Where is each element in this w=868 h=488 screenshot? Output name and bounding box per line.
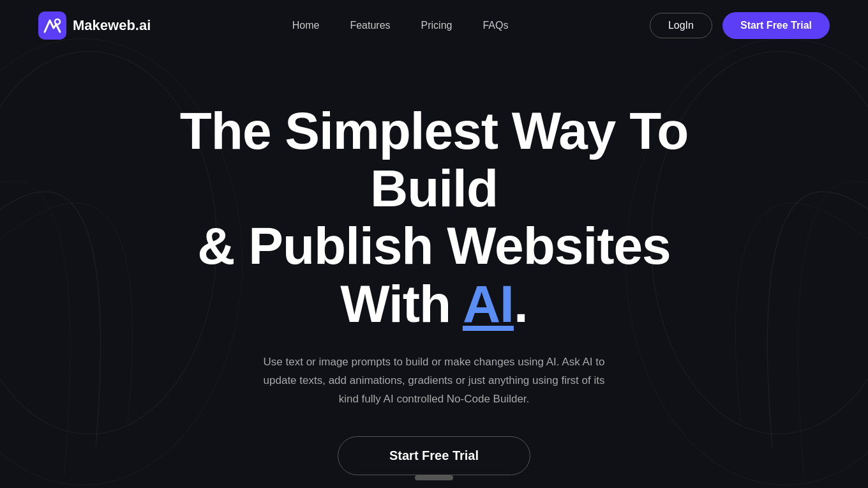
nav-trial-button[interactable]: Start Free Trial bbox=[722, 12, 830, 39]
nav-link-pricing[interactable]: Pricing bbox=[421, 20, 453, 31]
hero-title-ai: AI bbox=[463, 275, 514, 333]
nav-actions: LogIn Start Free Trial bbox=[650, 12, 830, 39]
hero-trial-button[interactable]: Start Free Trial bbox=[338, 436, 530, 475]
nav-item-faqs[interactable]: FAQs bbox=[483, 20, 508, 31]
logo-icon bbox=[38, 11, 66, 40]
scroll-pill bbox=[415, 475, 453, 480]
hero-section: The Simplest Way To Build & Publish Webs… bbox=[0, 51, 868, 488]
nav-item-pricing[interactable]: Pricing bbox=[421, 20, 453, 31]
scroll-indicator bbox=[415, 475, 453, 480]
nav-item-features[interactable]: Features bbox=[350, 20, 390, 31]
hero-title: The Simplest Way To Build & Publish Webs… bbox=[147, 102, 721, 333]
hero-title-line1: The Simplest Way To Build bbox=[180, 102, 689, 217]
nav-link-faqs[interactable]: FAQs bbox=[483, 20, 508, 31]
nav-item-home[interactable]: Home bbox=[292, 20, 320, 31]
hero-title-period: . bbox=[514, 275, 528, 333]
navbar: Makeweb.ai Home Features Pricing FAQs Lo… bbox=[0, 0, 868, 51]
logo-text: Makeweb.ai bbox=[73, 17, 151, 34]
hero-subtitle: Use text or image prompts to build or ma… bbox=[255, 353, 613, 409]
nav-links: Home Features Pricing FAQs bbox=[292, 20, 509, 31]
hero-title-line2: & Publish Websites With bbox=[197, 217, 670, 332]
logo[interactable]: Makeweb.ai bbox=[38, 11, 151, 40]
nav-link-home[interactable]: Home bbox=[292, 20, 320, 31]
login-button[interactable]: LogIn bbox=[650, 13, 712, 38]
nav-link-features[interactable]: Features bbox=[350, 20, 390, 31]
